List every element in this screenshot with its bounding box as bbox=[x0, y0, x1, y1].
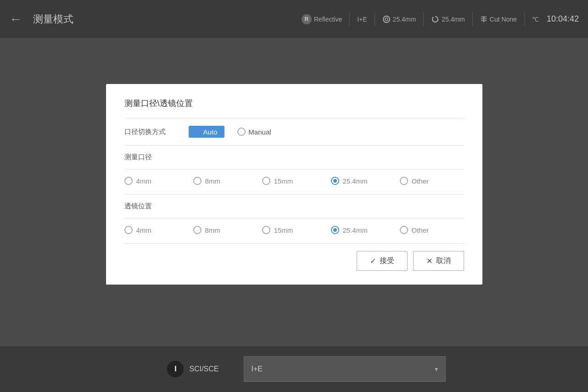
aperture-4mm-radio[interactable] bbox=[124, 177, 133, 185]
separator6 bbox=[124, 243, 464, 244]
lens-15mm[interactable]: 15mm bbox=[262, 226, 331, 234]
lens-other-radio[interactable] bbox=[400, 226, 408, 234]
lens-8mm[interactable]: 8mm bbox=[193, 226, 262, 234]
check-icon: ✓ bbox=[370, 257, 376, 265]
bottom-bar: I SCI/SCE I+E ▾ bbox=[0, 346, 588, 392]
cut-none: Cut None bbox=[480, 15, 517, 23]
separator2 bbox=[124, 145, 464, 146]
lens-4mm-radio[interactable] bbox=[124, 226, 133, 234]
divider1 bbox=[349, 12, 350, 26]
separator5 bbox=[124, 218, 464, 218]
aperture-other[interactable]: Other bbox=[400, 177, 469, 185]
sci-sce-section: I SCI/SCE bbox=[143, 361, 244, 377]
topbar-right: R Reflective I+E 25.4mm 25.4mm Cut None … bbox=[302, 12, 579, 26]
separator1 bbox=[124, 118, 464, 118]
lens-radio-row: 4mm 8mm 15mm 25.4mm Other bbox=[124, 226, 464, 234]
ie-dropdown[interactable]: I+E ▾ bbox=[244, 356, 446, 382]
aperture-25mm-label: 25.4mm bbox=[343, 177, 368, 185]
lens-other[interactable]: Other bbox=[400, 226, 469, 234]
divider5 bbox=[524, 12, 525, 26]
lens-size2: 25.4mm bbox=[442, 16, 465, 23]
separator4 bbox=[124, 194, 464, 195]
lens-icon bbox=[431, 15, 439, 23]
aperture-25mm[interactable]: 25.4mm bbox=[331, 177, 400, 185]
dropdown-arrow-icon: ▾ bbox=[435, 365, 438, 373]
manual-radio[interactable] bbox=[237, 128, 246, 136]
aperture-8mm-radio[interactable] bbox=[193, 177, 202, 185]
aperture-15mm-label: 15mm bbox=[274, 177, 293, 185]
clock: 10:04:42 bbox=[547, 14, 579, 24]
aperture-other-label: Other bbox=[412, 177, 429, 185]
lens-25mm-radio[interactable] bbox=[331, 226, 339, 234]
lens-8mm-label: 8mm bbox=[205, 226, 220, 234]
ie-dropdown-value: I+E bbox=[252, 365, 263, 373]
divider2 bbox=[375, 12, 375, 26]
aperture-switch-group: Auto Manual bbox=[189, 126, 271, 138]
lens-25mm[interactable]: 25.4mm bbox=[331, 226, 400, 234]
celsius-label: ℃ bbox=[532, 16, 539, 23]
aperture-switch-row: 口径切换方式 Auto Manual bbox=[124, 126, 464, 138]
reflective-label: Reflective bbox=[314, 16, 342, 23]
aperture-8mm-label: 8mm bbox=[205, 177, 220, 185]
lens-8mm-radio[interactable] bbox=[193, 226, 202, 234]
cancel-button[interactable]: ✕ 取消 bbox=[413, 251, 464, 271]
button-row: ✓ 接受 ✕ 取消 bbox=[124, 251, 464, 271]
lens-25mm-label: 25.4mm bbox=[343, 226, 368, 234]
aperture-size1: 25.4mm bbox=[393, 16, 416, 23]
divider3 bbox=[423, 12, 424, 26]
reflective-icon: R bbox=[302, 14, 312, 24]
divider4 bbox=[472, 12, 473, 26]
aperture-4mm[interactable]: 4mm bbox=[124, 177, 193, 185]
auto-radio[interactable] bbox=[192, 128, 201, 136]
accept-button[interactable]: ✓ 接受 bbox=[357, 251, 408, 271]
dialog: 测量口径\透镜位置 口径切换方式 Auto Manual 测量口径 4mm bbox=[106, 84, 482, 285]
cut-label: Cut None bbox=[490, 16, 517, 23]
aperture-indicator: 25.4mm bbox=[382, 15, 416, 23]
dialog-title: 测量口径\透镜位置 bbox=[124, 98, 464, 109]
gray-top-area bbox=[0, 38, 588, 84]
auto-option[interactable]: Auto bbox=[189, 126, 225, 138]
accept-label: 接受 bbox=[380, 256, 394, 266]
back-button[interactable]: ← bbox=[9, 12, 22, 27]
lens-position-title: 透镜位置 bbox=[124, 202, 464, 211]
auto-label: Auto bbox=[203, 128, 218, 136]
aperture-other-radio[interactable] bbox=[400, 177, 408, 185]
ie-label: I+E bbox=[357, 16, 367, 23]
sci-label: SCI/SCE bbox=[189, 365, 218, 373]
svg-point-1 bbox=[385, 18, 388, 21]
lens-other-label: Other bbox=[412, 226, 429, 234]
page-title: 测量模式 bbox=[33, 12, 294, 26]
ie-mode: I+E bbox=[357, 16, 367, 23]
aperture-8mm[interactable]: 8mm bbox=[193, 177, 262, 185]
aperture-radio-row: 4mm 8mm 15mm 25.4mm Other bbox=[124, 177, 464, 185]
svg-point-0 bbox=[383, 16, 390, 22]
lens-15mm-label: 15mm bbox=[274, 226, 293, 234]
reflective-mode: R Reflective bbox=[302, 14, 342, 24]
lens-indicator: 25.4mm bbox=[431, 15, 465, 23]
aperture-icon bbox=[382, 15, 391, 23]
measurement-aperture-title: 测量口径 bbox=[124, 153, 464, 162]
manual-label: Manual bbox=[248, 128, 271, 136]
aperture-switch-label: 口径切换方式 bbox=[124, 128, 179, 136]
x-icon: ✕ bbox=[426, 257, 432, 265]
lens-15mm-radio[interactable] bbox=[262, 226, 270, 234]
aperture-4mm-label: 4mm bbox=[136, 177, 151, 185]
separator3 bbox=[124, 169, 464, 169]
lens-4mm[interactable]: 4mm bbox=[124, 226, 193, 234]
lens-4mm-label: 4mm bbox=[136, 226, 151, 234]
sci-icon: I bbox=[167, 361, 184, 377]
cancel-label: 取消 bbox=[436, 256, 451, 266]
aperture-15mm-radio[interactable] bbox=[262, 177, 270, 185]
aperture-15mm[interactable]: 15mm bbox=[262, 177, 331, 185]
cut-icon bbox=[480, 15, 487, 23]
aperture-25mm-radio[interactable] bbox=[331, 177, 339, 185]
manual-option[interactable]: Manual bbox=[237, 128, 271, 136]
topbar: ← 测量模式 R Reflective I+E 25.4mm 25.4mm Cu… bbox=[0, 0, 588, 38]
